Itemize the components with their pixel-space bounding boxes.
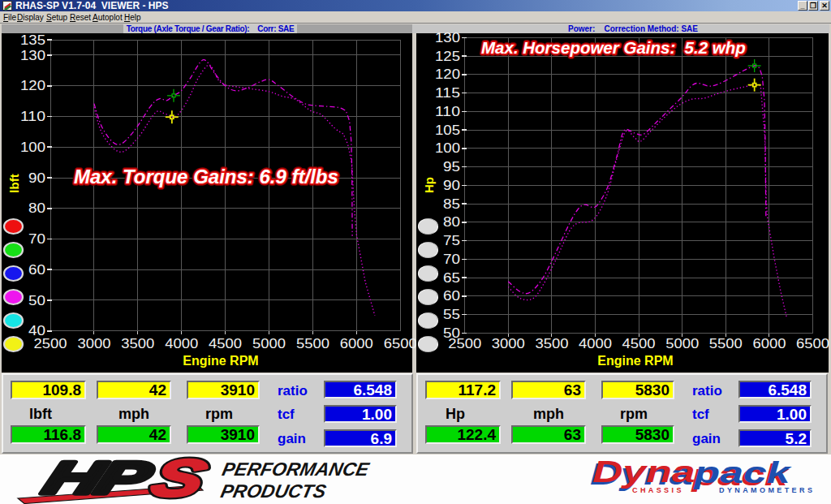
svg-text:60: 60	[443, 289, 460, 303]
svg-text:3500: 3500	[121, 337, 154, 351]
svg-text:65: 65	[443, 271, 460, 285]
svg-text:Dyna: Dyna	[592, 455, 695, 489]
svg-text:130: 130	[20, 49, 45, 62]
svg-text:120: 120	[20, 79, 45, 93]
svg-text:100: 100	[20, 140, 45, 154]
svg-text:100: 100	[435, 141, 460, 155]
svg-text:125: 125	[435, 50, 460, 63]
svg-text:4000: 4000	[165, 337, 198, 351]
svg-text:Engine RPM: Engine RPM	[597, 354, 673, 368]
svg-text:3000: 3000	[77, 337, 110, 351]
svg-text:80: 80	[28, 201, 45, 215]
svg-text:5000: 5000	[252, 337, 286, 351]
svg-text:6000: 6000	[340, 337, 373, 351]
svg-text:PRODUCTS: PRODUCTS	[219, 480, 329, 502]
svg-text:85: 85	[443, 197, 460, 211]
svg-text:5500: 5500	[709, 337, 743, 351]
svg-text:S: S	[145, 454, 213, 504]
svg-text:PERFORMANCE: PERFORMANCE	[220, 459, 372, 480]
svg-text:95: 95	[443, 160, 460, 174]
svg-text:90: 90	[28, 171, 45, 185]
svg-text:CHASSIS: CHASSIS	[632, 486, 684, 494]
svg-text:4500: 4500	[209, 337, 242, 351]
svg-text:110: 110	[20, 110, 45, 123]
svg-text:DYNAMOMETERS: DYNAMOMETERS	[719, 486, 815, 494]
svg-text:pack: pack	[693, 456, 791, 490]
svg-text:Engine RPM: Engine RPM	[183, 354, 258, 368]
svg-text:3000: 3000	[492, 337, 525, 351]
svg-text:2500: 2500	[34, 337, 67, 351]
svg-text:Max. Torque Gains: 6.9 ft/lbs: Max. Torque Gains: 6.9 ft/lbs	[74, 166, 338, 187]
svg-text:Max. Horsepower Gains: 5.2 wh: Max. Horsepower Gains: 5.2 whp	[481, 38, 746, 57]
svg-text:HP: HP	[37, 454, 159, 503]
svg-text:5500: 5500	[296, 337, 329, 351]
svg-text:6500: 6500	[384, 337, 417, 351]
svg-text:130: 130	[435, 31, 460, 45]
svg-text:4000: 4000	[579, 337, 612, 351]
svg-text:90: 90	[443, 179, 460, 192]
svg-text:60: 60	[28, 263, 45, 277]
svg-text:120: 120	[435, 67, 460, 81]
svg-text:6500: 6500	[796, 337, 829, 351]
svg-text:Hp: Hp	[422, 177, 436, 193]
svg-text:75: 75	[443, 234, 460, 248]
svg-text:110: 110	[435, 105, 460, 118]
svg-text:105: 105	[435, 123, 460, 137]
svg-text:55: 55	[443, 308, 460, 321]
svg-text:115: 115	[435, 86, 460, 100]
svg-text:2500: 2500	[448, 337, 481, 351]
svg-text:80: 80	[443, 215, 460, 229]
svg-text:5000: 5000	[665, 337, 699, 351]
svg-text:135: 135	[20, 33, 45, 47]
svg-text:50: 50	[28, 294, 45, 308]
svg-text:4500: 4500	[622, 337, 656, 351]
svg-text:lbft: lbft	[7, 174, 21, 192]
svg-text:40: 40	[28, 324, 45, 338]
svg-text:70: 70	[28, 232, 45, 246]
svg-text:3500: 3500	[535, 337, 568, 351]
svg-text:70: 70	[443, 252, 460, 266]
svg-text:6000: 6000	[752, 337, 786, 351]
